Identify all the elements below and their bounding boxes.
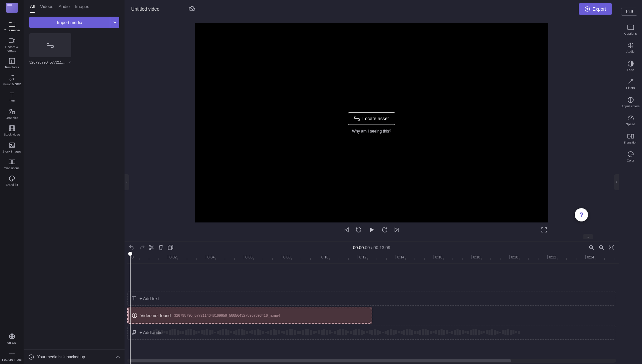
prop-label: Filters — [626, 86, 635, 90]
tab-all[interactable]: All — [30, 4, 35, 13]
nav-templates[interactable]: Templates — [2, 55, 22, 72]
video-preview-stage: Locate asset Why am I seeing this? — [195, 23, 548, 222]
svg-point-24 — [135, 333, 136, 334]
text-icon — [9, 91, 15, 98]
help-button[interactable]: ? — [575, 208, 588, 221]
media-asset-thumb[interactable] — [29, 33, 71, 57]
ruler-tick: 0:18 — [472, 255, 480, 259]
nav-transitions[interactable]: Transitions — [2, 156, 22, 173]
ruler-tick: 0:04 — [206, 255, 214, 259]
prop-label: Color — [627, 159, 634, 162]
captions-icon: CC — [627, 24, 634, 31]
chevron-up-icon — [116, 356, 120, 358]
step-back-button[interactable] — [356, 227, 362, 233]
nav-label: Stock images — [2, 150, 21, 153]
prop-adjust-colors[interactable]: Adjust colors — [621, 93, 641, 111]
fade-icon — [627, 60, 634, 67]
scrollbar-thumb[interactable] — [130, 359, 511, 362]
reveal-more-button[interactable]: ⌄ — [583, 234, 593, 239]
audio-waveform-ghost — [148, 329, 613, 336]
split-button[interactable] — [149, 245, 154, 250]
playhead[interactable] — [130, 253, 131, 364]
nav-stock-images[interactable]: Stock images — [2, 139, 22, 156]
timeline-ruler[interactable]: 00:020:040:060:080:100:120:140:160:180:2… — [127, 253, 619, 264]
video-clip-missing[interactable]: Video not found 326798790_57721140481696… — [127, 307, 372, 324]
prop-fade[interactable]: Fade — [621, 57, 641, 75]
nav-record-create[interactable]: Record & create — [2, 35, 22, 55]
prop-label: Transition — [624, 141, 637, 144]
music-icon — [9, 75, 15, 81]
fullscreen-button[interactable] — [541, 227, 547, 232]
graphics-icon — [9, 108, 15, 115]
aspect-ratio-button[interactable]: 16:9 — [621, 8, 637, 16]
prop-label: Fade — [627, 68, 634, 72]
warning-icon — [132, 313, 137, 318]
app-logo[interactable] — [6, 3, 18, 13]
tab-audio[interactable]: Audio — [59, 4, 70, 13]
collapse-panel-left[interactable]: ‹ — [125, 174, 129, 190]
fit-timeline-button[interactable] — [609, 245, 614, 250]
tab-videos[interactable]: Videos — [40, 4, 53, 13]
delete-button[interactable] — [159, 245, 163, 250]
timeline-scrollbar[interactable] — [127, 359, 616, 363]
text-track-lane[interactable]: + Add text — [127, 291, 616, 306]
right-sidebar: 16:9 CC Captions Audio Fade Filters Adju… — [619, 0, 642, 364]
link-icon — [47, 43, 54, 48]
zoom-out-button[interactable] — [599, 245, 604, 250]
cloud-off-icon[interactable] — [188, 6, 195, 12]
redo-button[interactable] — [139, 245, 145, 250]
play-button[interactable] — [368, 226, 375, 233]
prop-color[interactable]: Color — [621, 148, 641, 166]
step-forward-button[interactable] — [382, 227, 388, 233]
svg-rect-10 — [12, 160, 15, 164]
timeline: 00:00.00 / 00:13.09 00:020:040:060:080:1… — [125, 241, 619, 364]
export-button[interactable]: Export — [579, 3, 612, 15]
nav-label: Feature Flags — [2, 358, 22, 361]
nav-stock-video[interactable]: Stock video — [2, 122, 22, 139]
ruler-tick: 0:24 — [585, 255, 594, 259]
undo-button[interactable] — [129, 245, 135, 250]
prop-transition[interactable]: Transition — [621, 130, 641, 148]
media-asset-name: 326798790_5772114… ✓ — [29, 60, 71, 64]
color-icon — [627, 151, 634, 158]
prop-speed[interactable]: Speed — [621, 111, 641, 129]
svg-rect-9 — [9, 160, 12, 164]
prop-captions[interactable]: CC Captions — [621, 21, 641, 39]
image-icon — [9, 142, 15, 149]
skip-back-button[interactable] — [344, 227, 349, 232]
nav-feature-flags[interactable]: Feature Flags — [2, 347, 22, 364]
player-controls — [195, 222, 548, 237]
nav-locale[interactable]: en-US — [2, 330, 22, 347]
tab-images[interactable]: Images — [75, 4, 89, 13]
nav-your-media[interactable]: Your media — [2, 18, 22, 35]
nav-label: Templates — [5, 66, 19, 69]
svg-text:CC: CC — [629, 26, 633, 29]
video-title-input[interactable] — [131, 6, 184, 12]
prop-label: Audio — [626, 50, 634, 53]
audio-track-lane[interactable]: + Add audio — [127, 325, 616, 340]
zoom-in-button[interactable] — [589, 245, 594, 250]
import-media-dropdown[interactable] — [110, 17, 119, 28]
main-area: Export ‹ Locate asset Why am I seeing th… — [125, 0, 619, 364]
info-icon — [29, 354, 34, 360]
collapse-panel-right[interactable]: ‹ — [614, 174, 619, 190]
prop-label: Speed — [626, 123, 635, 126]
import-media-button[interactable]: Import media — [29, 17, 110, 28]
transitions-icon — [9, 159, 15, 165]
locate-asset-button[interactable]: Locate asset — [348, 112, 395, 125]
nav-label: Music & SFX — [3, 83, 21, 86]
prop-filters[interactable]: Filters — [621, 75, 641, 93]
why-seeing-link[interactable]: Why am I seeing this? — [352, 129, 391, 134]
skip-forward-button[interactable] — [394, 227, 400, 232]
prop-audio[interactable]: Audio — [621, 39, 641, 57]
backup-status-bar[interactable]: Your media isn't backed up — [24, 349, 125, 364]
svg-point-8 — [10, 144, 11, 145]
duplicate-button[interactable] — [168, 245, 173, 250]
export-icon — [585, 6, 590, 12]
nav-text[interactable]: Text — [2, 89, 22, 105]
chevron-down-icon — [113, 21, 117, 23]
nav-music-sfx[interactable]: Music & SFX — [2, 72, 22, 89]
nav-graphics[interactable]: Graphics — [2, 106, 22, 122]
link-icon — [354, 117, 360, 121]
nav-brand-kit[interactable]: Brand kit — [2, 173, 22, 189]
